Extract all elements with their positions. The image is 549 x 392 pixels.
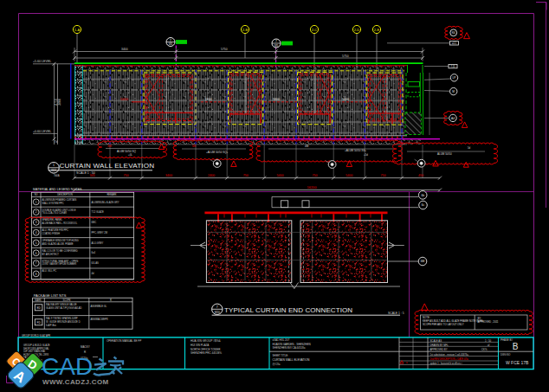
svg-text:+ALUM 50/50 SQ+: +ALUM 50/50 SQ+ [206,151,229,154]
svg-text:5750: 5750 [342,55,349,58]
svg-text:SCALE 1 : 5: SCALE 1 : 5 [388,312,404,315]
svg-text:APPROVED BY: APPROVED BY [430,348,448,351]
svg-text:450: 450 [418,174,423,177]
svg-text:ALUM 50/50: ALUM 50/50 [437,152,452,156]
svg-text:GROUP WORLD GLAZ APR: GROUP WORLD GLAZ APR [22,334,50,337]
svg-text:ALU. FEATURE FIN PPC: ALU. FEATURE FIN PPC [42,228,68,232]
svg-text:DESCRIPTION: DESCRIPTION [57,193,73,196]
svg-text:7: 7 [275,40,277,43]
svg-text:5400: 5400 [120,97,129,101]
svg-text:STRUCTURAL SEALANT + OPEN: STRUCTURAL SEALANT + OPEN [42,260,79,263]
svg-text:WWW.CADZJ.COM: WWW.CADZJ.COM [42,378,109,386]
svg-text:R: R [110,299,112,302]
svg-text:2-C: 2-C [312,28,318,32]
svg-text:AND GLAZED ALUM. FRAME: AND GLAZED ALUM. FRAME [42,242,74,246]
svg-text:6MC: 6MC [92,221,97,224]
svg-text:5400: 5400 [346,174,352,177]
svg-text:ALU. SILL PC: ALU. SILL PC [42,269,57,273]
svg-text:2-B: 2-B [242,28,249,32]
svg-text:1 : 50: 1 : 50 [485,339,491,343]
svg-text:RAL COLOR TO BE CONFIRMED: RAL COLOR TO BE CONFIRMED [42,249,78,253]
svg-text:6b: 6b [421,194,424,197]
svg-text:FD: FD [36,321,41,325]
svg-text:4: 4 [36,231,37,235]
svg-text:W FCE 17B: W FCE 17B [506,360,529,365]
svg-text:af: af [488,344,490,347]
svg-text:5750: 5750 [221,48,228,51]
svg-text:SPANDREL PANEL: SPANDREL PANEL [42,218,63,222]
svg-text:ALUM BACK PAN + ROCKWOOL: ALUM BACK PAN + ROCKWOOL [42,222,78,225]
svg-text:3400: 3400 [121,48,128,51]
svg-text:4M: 4M [305,145,309,148]
svg-text:1: 1 [36,201,37,204]
svg-text:OPERABLE WINDOW TOP-HUNG: OPERABLE WINDOW TOP-HUNG [42,239,79,242]
svg-text:NO: NO [35,193,38,196]
svg-text:SHENZHEN PRC 4451B%: SHENZHEN PRC 4451B% [191,351,222,355]
svg-text:ALUMINIUM+GLAZE.GRY: ALUMINIUM+GLAZE.GRY [92,201,119,204]
svg-text:+0.60 LEVEL: +0.60 LEVEL [33,130,51,133]
svg-text:LP: LP [453,76,456,80]
svg-text:W20: W20 [215,311,220,314]
svg-text:7: 7 [36,261,37,265]
svg-text:4d: 4d [92,272,94,275]
svg-text:HUI XIN PLAZA: HUI XIN PLAZA [191,344,209,347]
svg-text:B: B [513,342,519,351]
svg-text:PHASE B#: PHASE B# [501,338,513,342]
svg-text:MATERIAL AND LEGEND NOTES: MATERIAL AND LEGEND NOTES [33,188,82,191]
svg-text:CURTAIN WALL ELEVATION: CURTAIN WALL ELEVATION [273,358,311,362]
svg-text:5: 5 [36,241,37,245]
svg-text:6/4-AS: 6/4-AS [92,261,99,265]
svg-text:HUA XIN GROUP #$%&: HUA XIN GROUP #$%& [191,339,222,343]
svg-text:6M: 6M [421,260,425,263]
svg-text:2400: 2400 [208,174,215,177]
svg-text:2-E: 2-E [374,28,380,32]
svg-text:COATED FINISH: COATED FINISH [42,232,61,235]
svg-text:A4: A4 [451,117,455,120]
svg-text:ANSIMACWEPR: ANSIMACWEPR [91,318,108,321]
svg-text:REMARK: REMARK [107,193,116,196]
svg-text:APPROVED , 2011: APPROVED , 2011 [478,320,499,324]
svg-text:RAL 9 TINTED SPATEN JURP: RAL 9 TINTED SPATEN JURP [46,317,78,320]
svg-text:W5: W5 [274,44,279,48]
svg-text:HUAXIN GARDEN - SHENZHEN: HUAXIN GARDEN - SHENZHEN [273,343,311,346]
svg-text:2: 2 [36,210,37,214]
svg-text:750: 750 [123,174,128,177]
svg-text:750: 750 [243,174,249,177]
svg-text:SHEET TITLE:: SHEET TITLE: [273,354,289,357]
svg-text:M6: M6 [192,145,196,148]
svg-text:2nd REV DESCRIPTION + DATE 4/5: 2nd REV DESCRIPTION + DATE 4/5a [430,357,469,361]
svg-text:7d: 7d [55,140,58,144]
svg-text:GLASS UNIT ALT/PQ/GG/GA/LAD: GLASS UNIT ALT/PQ/GG/GA/LAD [46,306,81,310]
svg-text:5400: 5400 [277,174,284,177]
svg-text:update 1 - favoured b w office: update 1 - favoured b w offices r [430,362,462,365]
svg-text:+5.60 LEVEL: +5.60 LEVEL [33,60,51,63]
svg-text:ED: ED [36,306,41,310]
svg-text:16200: 16200 [307,185,317,190]
svg-text:6: 6 [36,252,37,255]
svg-text:BY ARCHITECT: BY ARCHITECT [42,253,60,256]
svg-text:+5d: +5d [364,153,368,157]
svg-text:6c: 6c [422,203,425,207]
svg-text:NORTH OFFICE TOWER: NORTH OFFICE TOWER [191,348,221,351]
svg-text:PPC-GREY 2M: PPC-GREY 2M [92,231,108,235]
svg-text:JOINT GASKET EPDM RUBBER: JOINT GASKET EPDM RUBBER [42,262,77,266]
svg-text:CK%: CK% [481,348,488,351]
svg-text:3800: 3800 [58,99,61,106]
svg-text:5400: 5400 [273,98,280,101]
svg-text:ALUM 50/50 SQ: ALUM 50/50 SQ [117,150,137,153]
svg-text:3400: 3400 [165,174,172,177]
svg-text:SCOPE PER ABV. TO LAYOUT ONLY: SCOPE PER ABV. TO LAYOUT ONLY [423,323,464,326]
svg-text:SCALE AS: SCALE AS [430,339,442,343]
svg-text:CURTAIN WALL ELEVATION: CURTAIN WALL ELEVATION [60,162,155,170]
svg-text:7d4A: 7d4A [54,174,60,177]
svg-text:750: 750 [381,174,386,177]
svg-text:WALL SYSTEM PPC: WALL SYSTEM PPC [42,202,64,205]
svg-text:DRAWN BY MFL: DRAWN BY MFL [430,344,449,347]
svg-text:1: 1 [53,164,55,167]
svg-text:2-D: 2-D [354,28,360,32]
svg-text:+0L: +0L [128,153,132,157]
svg-text:7: 7 [170,39,171,42]
svg-text:2400: 2400 [205,98,212,101]
svg-text:OPERATION MANUAL BE FP: OPERATION MANUAL BE FP [107,339,141,343]
svg-text:ILA/P-Bxx: ILA/P-Bxx [46,324,57,327]
